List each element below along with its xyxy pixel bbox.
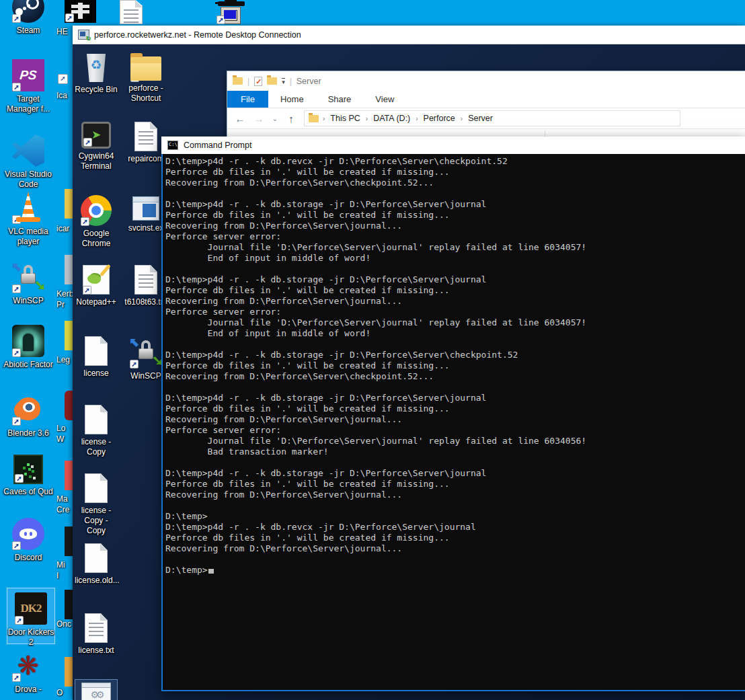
shortcut-arrow-icon xyxy=(12,417,21,426)
breadcrumb-this-pc[interactable]: This PC xyxy=(329,114,361,123)
helldivers-icon[interactable] xyxy=(65,0,96,23)
remote-desktop: Recycle Bin Cygwin64 Terminal Google Chr… xyxy=(73,44,745,700)
desktop-icon-steam[interactable]: Steam xyxy=(1,0,55,36)
desktop-icon-drova[interactable]: Drova - xyxy=(1,650,55,695)
up-arrow-icon[interactable]: ↑ xyxy=(285,113,297,124)
text-document-icon xyxy=(134,265,157,295)
desktop-icon-license[interactable]: license xyxy=(75,336,118,379)
desktop-icon-label: Caves of Qud xyxy=(1,487,55,497)
desktop-icon-caves-of-qud[interactable]: Caves of Qud xyxy=(1,455,55,497)
vlc-icon xyxy=(12,192,44,224)
explorer-titlebar[interactable]: | ▾ | Server xyxy=(227,71,745,91)
desktop-icon-label: WinSCP xyxy=(1,296,55,306)
shortcut-arrow-icon xyxy=(12,14,21,23)
rdp-titlebar[interactable]: perforce.rocketwerkz.net - Remote Deskto… xyxy=(73,26,745,44)
desktop-icon-label: Google Chrome xyxy=(75,229,118,249)
desktop-icon-notepadpp[interactable]: Notepad++ xyxy=(75,265,118,307)
remote-desktop-icon xyxy=(78,30,89,40)
playstation-icon xyxy=(12,59,44,91)
tab-file[interactable]: File xyxy=(227,91,268,108)
clipped-icon xyxy=(65,391,73,420)
desktop-icon-abiotic-factor[interactable]: Abiotic Factor xyxy=(1,325,55,370)
history-chevron-icon[interactable]: ⌄ xyxy=(272,115,278,122)
tab-home[interactable]: Home xyxy=(268,91,316,108)
quick-access-properties-icon[interactable] xyxy=(254,77,262,86)
desktop-icon-label: Steam xyxy=(1,26,55,36)
desktop-icon-license-old[interactable]: license.old... xyxy=(75,543,118,586)
clipped-label-onc: Onc xyxy=(56,619,73,629)
desktop-icon-discord[interactable]: Discord xyxy=(1,518,55,563)
tab-view[interactable]: View xyxy=(363,91,406,108)
clipped-label-icar: icar xyxy=(56,224,73,234)
breadcrumb-perforce[interactable]: Perforce xyxy=(422,114,457,123)
clipped-label-ma: Ma xyxy=(56,494,73,504)
explorer-app-icon xyxy=(233,77,243,85)
desktop-icon-chrome[interactable]: Google Chrome xyxy=(75,195,118,249)
clipped-icon xyxy=(65,657,73,687)
shortcut-arrow-icon xyxy=(81,217,89,226)
address-bar[interactable]: › This PC › DATA (D:) › Perforce › Serve… xyxy=(304,110,680,126)
command-prompt-window: Command Prompt D:\temp>p4d -r . -k db.re… xyxy=(161,137,745,691)
shortcut-arrow-icon xyxy=(12,348,21,357)
winscp-icon: ⬉ xyxy=(130,336,162,368)
quick-access-new-folder-icon[interactable] xyxy=(267,77,277,85)
shortcut-arrow-icon xyxy=(12,541,21,550)
desktop-icon-label: license xyxy=(75,368,118,379)
explorer-window-title: Server xyxy=(297,77,321,86)
desktop-icon-blender[interactable]: Blender 3.6 xyxy=(1,393,55,438)
desktop-icon-recycle-bin[interactable]: Recycle Bin xyxy=(75,51,118,95)
shortcut-arrow-icon xyxy=(15,474,24,483)
desktop-icon-label: Blender 3.6 xyxy=(1,428,55,438)
desktop-icon-license-copy[interactable]: license - Copy xyxy=(75,405,118,457)
remote-computer-icon[interactable] xyxy=(217,0,247,26)
back-arrow-icon[interactable]: ← xyxy=(234,113,246,124)
breadcrumb-separator: › xyxy=(461,115,463,122)
desktop-icon-license-copy-copy[interactable]: license - Copy - Copy xyxy=(75,473,118,536)
clipped-label-i: I xyxy=(56,571,73,581)
desktop-icon-winscp[interactable]: ⬉ WinSCP xyxy=(1,261,55,306)
steam-icon xyxy=(12,0,44,23)
desktop-icon-label: Cygwin64 Terminal xyxy=(75,151,118,171)
clipped-label-leg: Leg xyxy=(56,355,73,365)
terminal-cursor xyxy=(208,569,214,574)
cmd-titlebar[interactable]: Command Prompt xyxy=(161,137,745,154)
desktop-icon-door-kickers-2[interactable]: Door Kickers 2 xyxy=(7,588,55,644)
desktop-icon-label: Drova - xyxy=(1,685,55,695)
forward-arrow-icon[interactable]: → xyxy=(253,113,265,124)
clipped-icon xyxy=(65,321,73,350)
host-desktop: Steam Target Manager f... Visual Studio … xyxy=(0,0,745,700)
text-document-icon xyxy=(85,613,108,643)
separator: | xyxy=(290,77,292,86)
desktop-icon-label: Recycle Bin xyxy=(75,85,118,95)
gears-window-icon xyxy=(81,683,111,700)
tab-share[interactable]: Share xyxy=(316,91,364,108)
shortcut-arrow-icon xyxy=(130,73,139,82)
desktop-icon-perforce-shortcut[interactable]: perforce - Shortcut xyxy=(124,51,167,104)
shortcut-arrow-icon xyxy=(12,83,21,91)
quick-access-customize-icon[interactable]: ▾ xyxy=(282,78,285,85)
clipped-label-pr: Pr xyxy=(56,300,73,310)
breadcrumb-data-d[interactable]: DATA (D:) xyxy=(372,114,411,123)
rdp-window: perforce.rocketwerkz.net - Remote Deskto… xyxy=(73,26,745,700)
app-window-icon xyxy=(132,196,159,221)
terminal-output: D:\temp>p4d -r . -k db.revcx -jr D:\Perf… xyxy=(165,156,586,576)
desktop-icon-vlc[interactable]: VLC media player xyxy=(1,192,55,247)
desktop-icon-label: license.old... xyxy=(75,576,118,586)
desktop-icon-label: Discord xyxy=(1,553,55,563)
desktop-icon-label: license - Copy xyxy=(75,437,118,457)
desktop-icon-gears-app[interactable] xyxy=(75,679,118,700)
desktop-icon-target-manager[interactable]: Target Manager f... xyxy=(1,59,55,114)
shortcut-arrow-icon xyxy=(83,286,91,295)
shortcut-arrow-icon xyxy=(12,673,21,682)
terminal[interactable]: D:\temp>p4d -r . -k db.revcx -jr D:\Perf… xyxy=(161,154,745,691)
desktop-icon-label: Door Kickers 2 xyxy=(7,627,54,648)
clipped-label-w: W xyxy=(56,434,73,444)
document-icon[interactable] xyxy=(120,0,143,24)
breadcrumb-server[interactable]: Server xyxy=(467,114,494,123)
cmd-icon xyxy=(167,141,178,150)
clipped-label-cre: Cre xyxy=(56,505,73,515)
desktop-icon-cygwin[interactable]: Cygwin64 Terminal xyxy=(75,122,118,171)
clipped-icon xyxy=(65,189,73,219)
desktop-icon-vscode[interactable]: Visual Studio Code xyxy=(1,134,55,190)
desktop-icon-license-txt[interactable]: license.txt xyxy=(75,613,118,656)
